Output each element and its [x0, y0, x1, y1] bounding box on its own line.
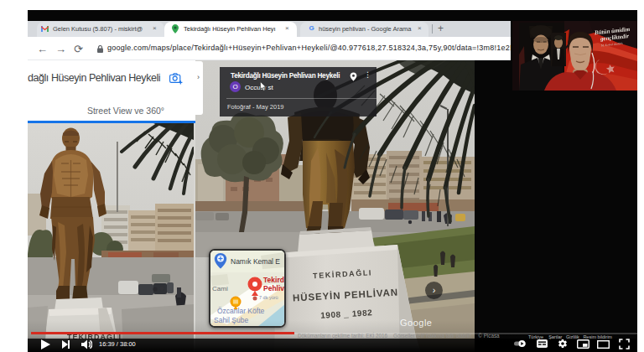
svg-text:Namık Kemal E: Namık Kemal E: [231, 257, 280, 266]
svg-text:Cami: Cami: [212, 285, 228, 292]
svg-text:Tekirdağ: Tekirdağ: [263, 276, 285, 284]
svg-text:7 dk yürü: 7 dk yürü: [259, 295, 278, 300]
svg-text:Pehlivan: Pehlivan: [263, 284, 285, 292]
svg-text:Özcanlar Köfte: Özcanlar Köfte: [217, 307, 264, 315]
